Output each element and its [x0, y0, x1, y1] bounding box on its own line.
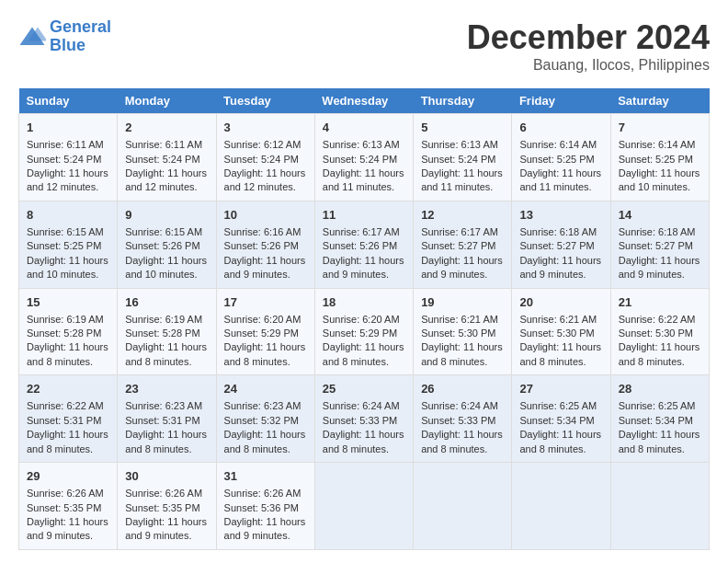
- day-number: 23: [125, 381, 208, 397]
- day-info: and 8 minutes.: [519, 355, 602, 369]
- day-info: Daylight: 11 hours: [619, 167, 701, 180]
- day-info: Daylight: 11 hours: [323, 254, 405, 268]
- calendar-day-cell: 9Sunrise: 6:15 AMSunset: 5:26 PMDaylight…: [118, 201, 216, 288]
- calendar-day-cell: 20Sunrise: 6:21 AMSunset: 5:30 PMDayligh…: [512, 288, 610, 375]
- day-info: Sunset: 5:30 PM: [519, 327, 602, 340]
- day-info: Sunrise: 6:25 AM: [619, 399, 701, 413]
- day-info: Daylight: 11 hours: [125, 254, 208, 268]
- day-info: Daylight: 11 hours: [619, 254, 701, 268]
- calendar-week-row: 15Sunrise: 6:19 AMSunset: 5:28 PMDayligh…: [19, 288, 710, 375]
- calendar-day-cell: 5Sunrise: 6:13 AMSunset: 5:24 PMDaylight…: [414, 114, 512, 201]
- day-info: Sunrise: 6:16 AM: [224, 225, 307, 239]
- day-number: 16: [125, 294, 208, 311]
- day-number: 18: [323, 294, 405, 311]
- day-info: Sunset: 5:29 PM: [224, 327, 307, 340]
- day-info: Daylight: 11 hours: [323, 428, 405, 442]
- day-number: 3: [224, 120, 307, 136]
- day-info: and 8 minutes.: [619, 355, 701, 369]
- calendar-week-row: 1Sunrise: 6:11 AMSunset: 5:24 PMDaylight…: [19, 114, 710, 201]
- day-info: and 8 minutes.: [27, 442, 109, 456]
- day-info: and 8 minutes.: [323, 355, 405, 369]
- day-number: 9: [125, 207, 208, 224]
- weekday-header: Wednesday: [314, 88, 413, 114]
- calendar-day-cell: 2Sunrise: 6:11 AMSunset: 5:24 PMDaylight…: [118, 114, 216, 201]
- day-info: Sunset: 5:34 PM: [619, 414, 701, 428]
- day-info: Sunrise: 6:12 AM: [224, 138, 307, 152]
- day-info: and 8 minutes.: [125, 442, 208, 456]
- calendar-day-cell: 29Sunrise: 6:26 AMSunset: 5:35 PMDayligh…: [19, 463, 118, 550]
- day-info: and 9 minutes.: [125, 529, 208, 543]
- day-info: Sunrise: 6:24 AM: [323, 399, 405, 413]
- calendar-day-cell: 30Sunrise: 6:26 AMSunset: 5:35 PMDayligh…: [118, 463, 216, 550]
- day-info: Daylight: 11 hours: [224, 340, 307, 354]
- day-info: and 8 minutes.: [421, 442, 504, 456]
- day-info: Sunrise: 6:21 AM: [421, 313, 504, 327]
- day-info: and 12 minutes.: [27, 180, 109, 194]
- day-info: Sunrise: 6:26 AM: [125, 487, 208, 500]
- day-info: and 8 minutes.: [519, 442, 602, 456]
- calendar-body: 1Sunrise: 6:11 AMSunset: 5:24 PMDaylight…: [19, 114, 710, 550]
- day-info: Sunrise: 6:17 AM: [421, 225, 504, 239]
- day-info: Daylight: 11 hours: [125, 515, 208, 529]
- weekday-header: Friday: [512, 88, 610, 114]
- day-info: Daylight: 11 hours: [125, 167, 208, 180]
- day-info: Sunset: 5:25 PM: [519, 153, 602, 167]
- day-number: 15: [27, 294, 109, 311]
- day-info: Sunset: 5:26 PM: [323, 239, 405, 253]
- day-info: Daylight: 11 hours: [125, 428, 208, 442]
- day-number: 12: [421, 207, 504, 224]
- header: General Blue December 2024 Bauang, Iloco…: [18, 18, 710, 74]
- day-info: Sunrise: 6:14 AM: [619, 138, 701, 152]
- day-info: Daylight: 11 hours: [27, 515, 109, 529]
- day-number: 28: [619, 381, 701, 397]
- day-number: 14: [619, 207, 701, 224]
- day-info: Sunrise: 6:17 AM: [323, 225, 405, 239]
- day-info: and 8 minutes.: [224, 355, 307, 369]
- day-info: and 11 minutes.: [421, 180, 504, 194]
- day-number: 19: [421, 294, 504, 311]
- day-info: and 9 minutes.: [619, 268, 701, 282]
- day-info: Sunrise: 6:20 AM: [323, 313, 405, 327]
- day-info: Sunset: 5:35 PM: [27, 501, 109, 515]
- day-info: and 8 minutes.: [323, 442, 405, 456]
- calendar-day-cell: 22Sunrise: 6:22 AMSunset: 5:31 PMDayligh…: [19, 375, 118, 463]
- calendar-day-cell: 31Sunrise: 6:26 AMSunset: 5:36 PMDayligh…: [216, 463, 314, 550]
- day-info: Daylight: 11 hours: [323, 167, 405, 180]
- calendar-day-cell: 27Sunrise: 6:25 AMSunset: 5:34 PMDayligh…: [512, 375, 610, 463]
- day-info: and 10 minutes.: [619, 180, 701, 194]
- day-info: Sunset: 5:27 PM: [619, 239, 701, 253]
- calendar-day-cell: 18Sunrise: 6:20 AMSunset: 5:29 PMDayligh…: [314, 288, 413, 375]
- day-info: Daylight: 11 hours: [125, 340, 208, 354]
- day-number: 4: [323, 120, 405, 136]
- day-info: Sunset: 5:25 PM: [619, 153, 701, 167]
- day-info: Daylight: 11 hours: [619, 428, 701, 442]
- main-title: December 2024: [467, 18, 710, 57]
- day-info: Sunrise: 6:20 AM: [224, 313, 307, 327]
- day-info: Daylight: 11 hours: [224, 515, 307, 529]
- day-info: Sunrise: 6:18 AM: [619, 225, 701, 239]
- day-number: 26: [421, 381, 504, 397]
- calendar-week-row: 8Sunrise: 6:15 AMSunset: 5:25 PMDaylight…: [19, 201, 710, 288]
- calendar-day-cell: 10Sunrise: 6:16 AMSunset: 5:26 PMDayligh…: [216, 201, 314, 288]
- day-info: Daylight: 11 hours: [519, 340, 602, 354]
- day-info: Sunrise: 6:24 AM: [421, 399, 504, 413]
- day-number: 22: [27, 381, 109, 397]
- day-number: 24: [224, 381, 307, 397]
- calendar-week-row: 29Sunrise: 6:26 AMSunset: 5:35 PMDayligh…: [19, 463, 710, 550]
- calendar-day-cell: 14Sunrise: 6:18 AMSunset: 5:27 PMDayligh…: [610, 201, 709, 288]
- day-info: and 9 minutes.: [27, 529, 109, 543]
- weekday-header: Tuesday: [216, 88, 314, 114]
- day-info: and 8 minutes.: [224, 442, 307, 456]
- day-info: Sunset: 5:24 PM: [27, 153, 109, 167]
- day-number: 30: [125, 468, 208, 485]
- calendar-day-cell: 19Sunrise: 6:21 AMSunset: 5:30 PMDayligh…: [414, 288, 512, 375]
- day-info: Sunset: 5:30 PM: [619, 327, 701, 340]
- title-area: December 2024 Bauang, Ilocos, Philippine…: [467, 18, 710, 74]
- day-info: Sunset: 5:32 PM: [224, 414, 307, 428]
- day-info: Sunset: 5:29 PM: [323, 327, 405, 340]
- calendar-day-cell: 13Sunrise: 6:18 AMSunset: 5:27 PMDayligh…: [512, 201, 610, 288]
- day-info: and 10 minutes.: [125, 268, 208, 282]
- day-info: Sunset: 5:24 PM: [224, 153, 307, 167]
- logo: General Blue: [18, 18, 111, 55]
- day-info: Daylight: 11 hours: [27, 428, 109, 442]
